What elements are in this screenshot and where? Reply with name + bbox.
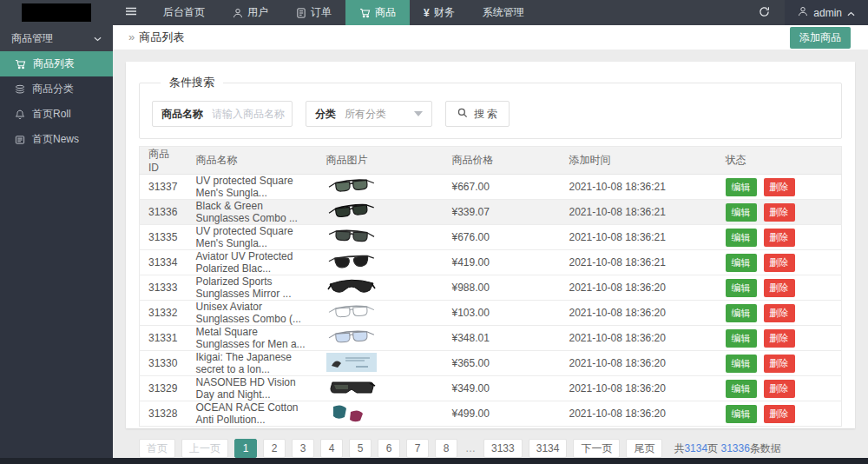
page-number-button[interactable]: 3: [292, 439, 314, 458]
page-number-button[interactable]: 6: [378, 439, 400, 458]
delete-button[interactable]: 删除: [764, 355, 795, 373]
delete-button[interactable]: 删除: [764, 254, 795, 272]
pagination: 首页上一页12345678…31333134下一页尾页共3134页 31336条…: [139, 439, 842, 458]
table-row: 31336Black & Green Sunglasses Combo ...¥…: [140, 200, 842, 225]
table-row: 31331Metal Square Sunglasses for Men a..…: [140, 326, 842, 351]
product-image: [326, 227, 377, 246]
sidebar-item-home-roll[interactable]: 首页Roll: [0, 102, 113, 127]
edit-button[interactable]: 编辑: [726, 405, 757, 423]
table-row: 31335UV protected Square Men's Sungla...…: [140, 225, 842, 250]
nav-item-system[interactable]: 系统管理: [469, 0, 538, 25]
user-icon: [233, 8, 243, 18]
sidebar-collapse-button[interactable]: [113, 0, 149, 25]
cell-added-time: 2021-10-08 18:36:21: [561, 175, 717, 200]
sidebar-group-goods[interactable]: 商品管理: [0, 25, 113, 51]
edit-button[interactable]: 编辑: [726, 203, 757, 222]
product-image: [326, 176, 377, 196]
page-number-button[interactable]: 1: [234, 439, 257, 458]
page-number-button[interactable]: 7: [406, 439, 429, 458]
cell-actions: 编辑删除: [717, 301, 842, 326]
add-product-button[interactable]: 添加商品: [790, 27, 851, 49]
table-row: 31329NASONEB HD Vision Day and Night...¥…: [140, 376, 842, 401]
category-label: 分类: [306, 107, 345, 122]
cell-product-name: Black & Green Sunglasses Combo ...: [187, 200, 318, 225]
cell-actions: 编辑删除: [717, 200, 842, 225]
column-header: 商品图片: [318, 147, 444, 175]
category-select[interactable]: 所有分类: [345, 107, 407, 122]
cell-product-image: [318, 175, 444, 200]
page-next-button[interactable]: 下一页: [573, 439, 620, 458]
user-menu[interactable]: admin: [785, 0, 868, 25]
cell-product-price: ¥676.00: [444, 225, 561, 250]
product-image: [326, 403, 377, 422]
refresh-button[interactable]: [744, 0, 785, 25]
edit-button[interactable]: 编辑: [726, 279, 757, 297]
edit-button[interactable]: 编辑: [726, 229, 757, 247]
delete-button[interactable]: 删除: [764, 229, 795, 247]
page-number-button[interactable]: 8: [435, 439, 457, 458]
column-header: 商品ID: [140, 147, 187, 175]
cell-actions: 编辑删除: [717, 326, 842, 351]
sidebar-item-goods-list[interactable]: 商品列表: [0, 51, 113, 76]
product-image: [326, 378, 377, 397]
cell-added-time: 2021-10-08 18:36:20: [561, 401, 717, 427]
product-table: 商品ID商品名称商品图片商品价格添加时间状态 31337UV protected…: [139, 146, 842, 427]
edit-button[interactable]: 编辑: [726, 355, 757, 373]
page-number-button[interactable]: 4: [320, 439, 343, 458]
delete-button[interactable]: 删除: [764, 380, 795, 398]
table-row: 31328OCEAN RACE Cotton Anti Pollution...…: [140, 401, 842, 427]
page-number-button[interactable]: 2: [263, 439, 286, 458]
edit-button[interactable]: 编辑: [726, 254, 757, 272]
page-first-button[interactable]: 首页: [139, 439, 175, 458]
chevron-down-icon: [94, 32, 102, 44]
user-icon: [798, 6, 808, 19]
product-name-input[interactable]: [212, 108, 292, 120]
cell-added-time: 2021-10-08 18:36:20: [561, 301, 717, 326]
page-number-button[interactable]: 5: [349, 439, 372, 458]
select-arrow-icon: [414, 111, 423, 116]
delete-button[interactable]: 删除: [764, 178, 795, 196]
edit-button[interactable]: 编辑: [726, 304, 757, 322]
nav-item-orders[interactable]: 订单: [282, 0, 345, 25]
nav-item-finance[interactable]: ¥财务: [410, 0, 469, 25]
nav-item-home[interactable]: 后台首页: [149, 0, 219, 25]
page-number-button[interactable]: 3134: [529, 439, 568, 458]
edit-button[interactable]: 编辑: [726, 329, 757, 348]
delete-button[interactable]: 删除: [764, 203, 795, 222]
delete-button[interactable]: 删除: [764, 329, 795, 348]
nav-item-users[interactable]: 用户: [219, 0, 282, 25]
top-nav: 后台首页用户订单商品¥财务系统管理: [113, 0, 744, 25]
table-row: 31332Unisex Aviator Sunglasses Combo (..…: [140, 301, 842, 326]
sidebar-group-label: 商品管理: [11, 31, 53, 46]
breadcrumb-prefix: »: [128, 30, 135, 43]
cell-added-time: 2021-10-08 18:36:20: [561, 275, 717, 301]
sidebar-item-goods-category[interactable]: 商品分类: [0, 76, 113, 102]
cart-icon: [359, 8, 371, 18]
cell-product-name: Aviator UV Protected Polarized Blac...: [187, 250, 318, 275]
product-name-label: 商品名称: [153, 107, 212, 122]
delete-button[interactable]: 删除: [764, 304, 795, 322]
page-prev-button[interactable]: 上一页: [181, 439, 228, 458]
cell-product-name: Unisex Aviator Sunglasses Combo (...: [187, 301, 318, 326]
cell-product-price: ¥988.00: [444, 275, 561, 301]
page-last-button[interactable]: 尾页: [626, 439, 662, 458]
delete-button[interactable]: 删除: [764, 279, 795, 297]
cell-product-price: ¥365.00: [444, 351, 561, 376]
topbar: 后台首页用户订单商品¥财务系统管理 admin: [0, 0, 868, 25]
cell-product-id: 31332: [140, 301, 187, 326]
nav-item-goods[interactable]: 商品: [345, 0, 410, 25]
edit-button[interactable]: 编辑: [726, 380, 757, 398]
edit-button[interactable]: 编辑: [726, 178, 757, 196]
cell-product-id: 31335: [140, 225, 187, 250]
cell-product-price: ¥349.00: [444, 376, 561, 401]
product-image: [326, 252, 377, 271]
search-button-label: 搜 索: [474, 107, 497, 122]
page-number-button[interactable]: 3133: [483, 439, 523, 458]
search-button[interactable]: 搜 索: [445, 101, 510, 127]
cell-product-image: [318, 376, 444, 401]
delete-button[interactable]: 删除: [764, 405, 795, 423]
sidebar-item-home-news[interactable]: 首页News: [0, 127, 113, 152]
logo-area: [0, 0, 113, 25]
cell-product-id: 31329: [140, 376, 187, 401]
topbar-right: admin: [744, 0, 868, 25]
